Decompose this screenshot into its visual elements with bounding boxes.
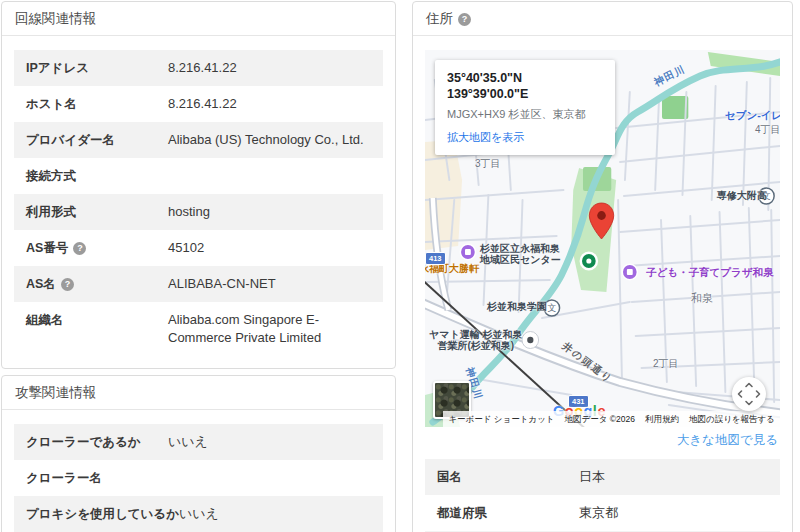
row-label: プロバイダー名 [26,131,168,149]
help-icon[interactable]: ? [458,13,471,26]
row-value: hosting [168,203,371,221]
row-label: 都道府県 [437,504,579,522]
row-value: 45102 [168,239,371,257]
address-title: 住所 [426,10,453,28]
table-row: クローラーであるか いいえ [14,424,383,460]
big-map-link-row: 大きな地図で見る [425,427,780,459]
row-value: 8.216.41.22 [168,59,371,77]
row-label: AS名 ? [26,275,168,293]
enlarge-map-link[interactable]: 拡大地図を表示 [447,130,603,145]
row-label: IPアドレス [26,59,168,77]
row-value: Alibaba.com Singapore E-Commerce Private… [168,311,371,347]
line-info-card-body: IPアドレス 8.216.41.22 ホスト名 8.216.41.22 プロバイ… [2,36,395,368]
plus-code-text: MJGX+HX9 杉並区、東京都 [447,107,603,121]
pan-arrows-icon [732,377,766,411]
table-row: AS番号 ? 45102 [14,230,383,266]
row-label: 利用形式 [26,203,168,221]
row-label: 組織名 [26,311,168,329]
senshu-school-label[interactable]: 専修大附高 [717,190,767,201]
table-row: 国名 日本 [425,459,780,495]
yamato-icon[interactable] [522,332,539,349]
chome4-label: 4丁目 [755,124,780,135]
map-footer: キーボード ショートカット 地図データ ©2026 利用規約 地図の誤りを報告す… [443,411,780,427]
row-label: AS番号 ? [26,239,168,257]
community-center-line1: 杉並区立永福和泉 [480,243,561,254]
left-column: 回線関連情報 IPアドレス 8.216.41.22 ホスト名 8.216.41.… [1,1,396,531]
community-center-label[interactable]: 杉並区立永福和泉 地域区民センター [480,243,561,265]
map-green-block [662,96,688,119]
route-badge-413: 413 [425,252,446,265]
row-label-text: AS名 [26,275,56,293]
address-card-header: 住所 ? [413,2,792,36]
row-label: 国名 [437,468,579,486]
line-info-title: 回線関連情報 [15,10,96,28]
table-row: 利用形式 hosting [14,194,383,230]
row-label: ホスト名 [26,95,168,113]
kids-plaza-icon[interactable] [622,264,639,281]
chome3-label: 3丁目 [475,158,501,169]
row-value: Alibaba (US) Technology Co., Ltd. [168,131,371,149]
kids-plaza-label[interactable]: 子ども・子育てプラザ和泉 [646,267,773,278]
table-row: IPアドレス 8.216.41.22 [14,50,383,86]
row-value: 日本 [579,468,768,486]
row-label: プロキシを使用しているか [26,505,179,523]
row-value: いいえ [179,505,371,523]
row-label: クローラー名 [26,469,168,487]
svg-text:文: 文 [547,303,556,313]
row-value: 東京都 [579,504,768,522]
right-column: 住所 ? [412,1,793,531]
line-info-card: 回線関連情報 IPアドレス 8.216.41.22 ホスト名 8.216.41.… [1,1,396,369]
google-map-embed[interactable]: 文 文 [425,50,780,427]
table-row: 接続方式 [14,158,383,194]
address-card-body: 文 文 [413,36,792,532]
attack-info-title: 攻撃関連情報 [15,384,96,402]
row-value: 8.216.41.22 [168,95,371,113]
map-data-attribution: 地図データ ©2026 [565,414,635,424]
terms-link[interactable]: 利用規約 [645,414,679,424]
yamato-line2: 営業所(杉並和泉) [429,340,522,351]
report-map-error-link[interactable]: 地図の誤りを報告する [689,414,775,424]
table-row: ホスト名 8.216.41.22 [14,86,383,122]
seven-eleven-label[interactable]: セブン-イレブン [725,110,780,121]
coordinates-text: 35°40'35.0"N 139°39'00.0"E [447,70,603,102]
help-icon[interactable]: ? [73,242,86,255]
map-info-card: 35°40'35.0"N 139°39'00.0"E MJGX+HX9 杉並区、… [435,60,615,155]
community-center-line2: 地域区民センター [480,254,561,265]
attack-info-card-body: クローラーであるか いいえ クローラー名 プロキシを使用しているか いいえ [2,410,395,532]
ip-info-page: 回線関連情報 IPアドレス 8.216.41.22 ホスト名 8.216.41.… [0,0,800,532]
table-row: プロバイダー名 Alibaba (US) Technology Co., Ltd… [14,122,383,158]
row-label: 接続方式 [26,167,168,185]
yamato-label[interactable]: ヤマト運輸 杉並和泉 営業所(杉並和泉) [429,329,522,351]
izumi-gakuen-label[interactable]: 杉並和泉学園 [487,301,547,312]
table-row: プロキシを使用しているか いいえ [14,496,383,532]
table-row: 都道府県 東京都 [425,495,780,531]
pan-control[interactable] [732,377,766,411]
row-value: ALIBABA-CN-NET [168,275,371,293]
green-place-marker[interactable] [580,252,599,271]
yamato-line1: ヤマト運輸 杉並和泉 [429,329,522,340]
address-card: 住所 ? [412,1,793,532]
attack-info-card-header: 攻撃関連情報 [2,376,395,410]
table-row: AS名 ? ALIBABA-CN-NET [14,266,383,302]
izumi-area-label: 和泉 [691,293,713,304]
community-center-icon[interactable] [460,244,477,261]
view-larger-map-link[interactable]: 大きな地図で見る [677,433,778,447]
keyboard-shortcuts-button[interactable]: キーボード ショートカット [448,414,554,424]
attack-info-card: 攻撃関連情報 クローラーであるか いいえ クローラー名 プロキシを使用しているか… [1,375,396,532]
row-value: いいえ [168,433,371,451]
row-label: クローラーであるか [26,433,168,451]
row-label-text: AS番号 [26,239,68,257]
table-row: クローラー名 [14,460,383,496]
line-info-card-header: 回線関連情報 [2,2,395,36]
help-icon[interactable]: ? [61,278,74,291]
table-row: 組織名 Alibaba.com Singapore E-Commerce Pri… [14,302,383,356]
chome2-label: 2丁目 [653,358,679,369]
